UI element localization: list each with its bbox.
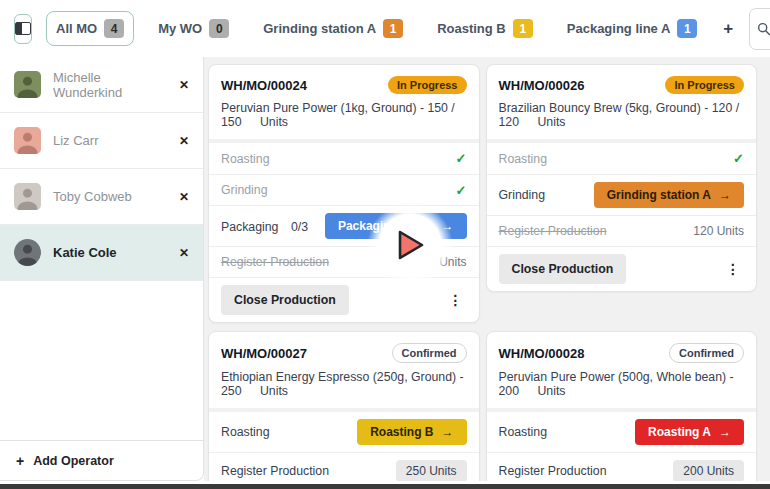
add-operator-button[interactable]: + Add Operator bbox=[0, 440, 203, 480]
sidebar-toggle-button[interactable] bbox=[14, 14, 32, 44]
status-badge: Confirmed bbox=[392, 343, 467, 363]
status-badge: In Progress bbox=[665, 76, 744, 94]
arrow-right-icon: → bbox=[719, 425, 731, 439]
register-quantity-button[interactable]: 200 Units bbox=[673, 460, 744, 481]
tab-packaging-line-a[interactable]: Packaging line A 1 bbox=[557, 11, 708, 46]
operator-name: Liz Carr bbox=[53, 133, 167, 148]
operation-row-roasting[interactable]: Roasting Roasting B → bbox=[209, 412, 479, 452]
tab-count-badge: 1 bbox=[383, 19, 403, 38]
play-icon bbox=[392, 227, 428, 263]
register-production-label: Register Production bbox=[499, 224, 607, 238]
remove-operator-icon[interactable]: ✕ bbox=[179, 190, 189, 204]
product-line: Peruvian Pure Power (1kg, Ground) - 150 … bbox=[221, 101, 467, 129]
status-badge: In Progress bbox=[388, 76, 467, 94]
uom-label: Units bbox=[537, 384, 565, 398]
card-header: WH/MO/00024 In Progress Peruvian Pure Po… bbox=[209, 65, 479, 139]
register-production-label: Register Production bbox=[499, 464, 607, 478]
mo-cards-area: WH/MO/00024 In Progress Peruvian Pure Po… bbox=[204, 57, 770, 481]
tab-label: All MO bbox=[56, 21, 97, 36]
avatar bbox=[14, 127, 41, 154]
product-line: Ethiopian Energy Espresso (250g, Ground)… bbox=[221, 370, 467, 398]
mo-card-wh-mo-00026[interactable]: WH/MO/00026 In Progress Brazilian Bouncy… bbox=[486, 64, 758, 292]
operator-row-liz-carr[interactable]: Liz Carr ✕ bbox=[0, 113, 203, 169]
operator-row-toby-cobweb[interactable]: Toby Cobweb ✕ bbox=[0, 169, 203, 225]
avatar bbox=[14, 239, 41, 266]
status-badge: Confirmed bbox=[669, 343, 744, 363]
card-header: WH/MO/00027 Confirmed Ethiopian Energy E… bbox=[209, 332, 479, 408]
kebab-menu-icon[interactable]: ⋮ bbox=[722, 261, 744, 277]
operation-row-roasting[interactable]: Roasting Roasting A → bbox=[487, 412, 757, 452]
mo-card-wh-mo-00028[interactable]: WH/MO/00028 Confirmed Peruvian Pure Powe… bbox=[486, 331, 758, 481]
uom-label: Units bbox=[537, 115, 565, 129]
mo-reference: WH/MO/00026 bbox=[499, 78, 585, 93]
workcenter-button-label: Grinding station A bbox=[607, 188, 711, 202]
mo-cards-grid: WH/MO/00024 In Progress Peruvian Pure Po… bbox=[208, 64, 757, 481]
tab-all-mo[interactable]: All MO 4 bbox=[46, 11, 134, 46]
operation-row-grinding[interactable]: Grinding Grinding station A → bbox=[487, 174, 757, 215]
register-production-row[interactable]: Register Production 200 Units bbox=[487, 452, 757, 481]
avatar bbox=[14, 183, 41, 210]
check-icon: ✓ bbox=[456, 183, 467, 198]
sidebar-spacer bbox=[0, 281, 203, 440]
mo-reference: WH/MO/00027 bbox=[221, 346, 307, 361]
operator-row-michelle-wunderkind[interactable]: Michelle Wunderkind ✕ bbox=[0, 57, 203, 113]
uom-label: Units bbox=[260, 115, 288, 129]
add-workcenter-tab-button[interactable]: + bbox=[721, 19, 735, 39]
plus-icon: + bbox=[16, 453, 24, 469]
workcenter-button-grinding-station-a[interactable]: Grinding station A → bbox=[594, 182, 744, 208]
operation-progress: 0/3 bbox=[291, 220, 308, 234]
workcenter-button-label: Roasting B bbox=[370, 425, 433, 439]
card-header: WH/MO/00028 Confirmed Peruvian Pure Powe… bbox=[487, 332, 757, 408]
arrow-right-icon: → bbox=[719, 188, 731, 202]
register-production-row[interactable]: Register Production 120 Units bbox=[487, 215, 757, 246]
workcenter-button-roasting-b[interactable]: Roasting B → bbox=[357, 419, 466, 445]
remove-operator-icon[interactable]: ✕ bbox=[179, 246, 189, 260]
remove-operator-icon[interactable]: ✕ bbox=[179, 134, 189, 148]
search-icon bbox=[757, 22, 770, 36]
product-line: Peruvian Pure Power (500g, Whole bean) -… bbox=[499, 370, 745, 398]
operation-label: Roasting bbox=[221, 425, 270, 439]
operation-row-grinding[interactable]: Grinding ✓ bbox=[209, 174, 479, 205]
tab-count-badge: 1 bbox=[513, 19, 533, 38]
add-operator-label: Add Operator bbox=[33, 454, 114, 468]
close-production-button[interactable]: Close Production bbox=[499, 254, 627, 284]
operator-name: Toby Cobweb bbox=[53, 189, 167, 204]
register-quantity: 120 Units bbox=[693, 224, 744, 238]
workcenter-button-label: Roasting A bbox=[648, 425, 711, 439]
product-description: Peruvian Pure Power (500g, Whole bean) -… bbox=[499, 370, 734, 398]
operation-row-roasting[interactable]: Roasting ✓ bbox=[487, 143, 757, 174]
operation-row-roasting[interactable]: Roasting ✓ bbox=[209, 143, 479, 174]
remove-operator-icon[interactable]: ✕ bbox=[179, 78, 189, 92]
video-play-button[interactable] bbox=[368, 203, 452, 287]
window-bottom-edge bbox=[0, 484, 770, 489]
mo-card-wh-mo-00027[interactable]: WH/MO/00027 Confirmed Ethiopian Energy E… bbox=[208, 331, 480, 481]
product-line: Brazilian Bouncy Brew (5kg, Ground) - 12… bbox=[499, 101, 745, 129]
operator-row-katie-cole[interactable]: Katie Cole ✕ bbox=[0, 225, 203, 281]
search-box[interactable]: Ready ✕ ▾ bbox=[749, 8, 770, 50]
mo-reference: WH/MO/00024 bbox=[221, 78, 307, 93]
card-header: WH/MO/00026 In Progress Brazilian Bouncy… bbox=[487, 65, 757, 139]
operator-sidebar: Michelle Wunderkind ✕ Liz Carr ✕ Toby Co… bbox=[0, 57, 204, 481]
register-production-label: Register Production bbox=[221, 255, 329, 269]
product-description: Ethiopian Energy Espresso (250g, Ground)… bbox=[221, 370, 464, 398]
uom-label: Units bbox=[260, 384, 288, 398]
check-icon: ✓ bbox=[733, 151, 744, 166]
avatar bbox=[14, 71, 41, 98]
workcenter-button-roasting-a[interactable]: Roasting A → bbox=[635, 419, 744, 445]
kebab-menu-icon[interactable]: ⋮ bbox=[445, 292, 467, 308]
register-production-row[interactable]: Register Production 250 Units bbox=[209, 452, 479, 481]
tab-grinding-station-a[interactable]: Grinding station A 1 bbox=[253, 11, 413, 46]
register-quantity-button[interactable]: 250 Units bbox=[396, 460, 467, 481]
tab-count-badge: 1 bbox=[677, 19, 697, 38]
operation-label: Roasting bbox=[221, 152, 270, 166]
sidebar-panel-icon bbox=[15, 22, 31, 35]
close-production-button[interactable]: Close Production bbox=[221, 285, 349, 315]
tab-roasting-b[interactable]: Roasting B 1 bbox=[427, 11, 543, 46]
check-icon: ✓ bbox=[456, 151, 467, 166]
tab-my-wo[interactable]: My WO 0 bbox=[148, 11, 239, 46]
tab-label: Packaging line A bbox=[567, 21, 671, 36]
tab-count-badge: 4 bbox=[104, 19, 124, 38]
operation-label: Roasting bbox=[499, 152, 548, 166]
operation-label-group: Packaging 0/3 bbox=[221, 217, 308, 235]
top-toolbar: All MO 4 My WO 0 Grinding station A 1 Ro… bbox=[0, 0, 770, 57]
